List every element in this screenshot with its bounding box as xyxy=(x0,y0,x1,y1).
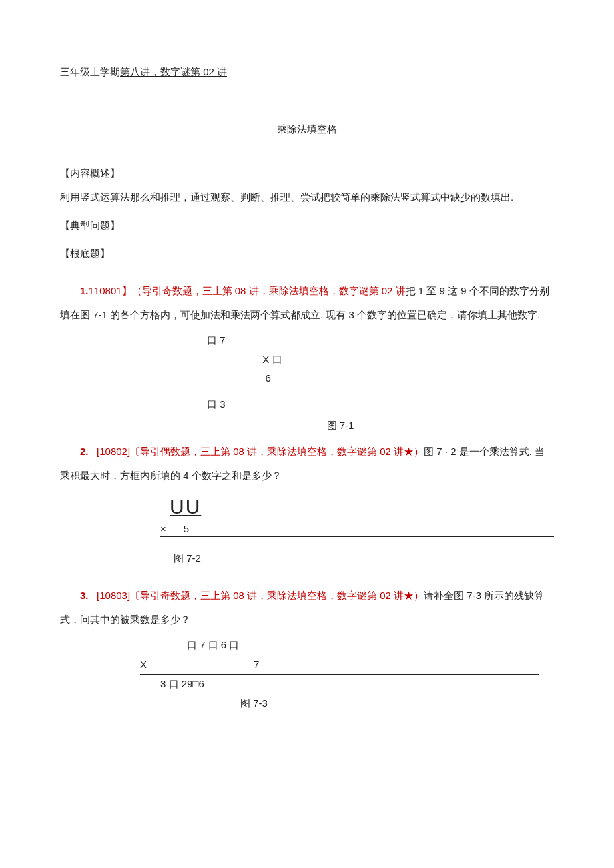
problem-code: [10803] xyxy=(97,590,130,601)
problem-3: 3. [10803]〔导引奇数题，三上第 08 讲，乘除法填空格，数字谜第 02… xyxy=(60,584,554,632)
page-title: 乘除法填空格 xyxy=(60,117,554,141)
overview-text: 利用竖式运算法那么和推理，通过观察、判断、推理、尝试把较简单的乘除法竖式算式中缺… xyxy=(60,185,554,209)
problem-number: 2. xyxy=(80,446,89,457)
header-prefix: 三年级上学期 xyxy=(60,66,120,77)
fig-line: X 口 xyxy=(207,350,554,370)
result-line: 3 口 29□6 xyxy=(160,675,554,694)
page-header: 三年级上学期第八讲，数字谜第 02 讲 xyxy=(60,60,554,84)
problem-tag: 〔导引奇数题，三上第 08 讲，乘除法填空格，数字谜第 02 讲★） xyxy=(130,590,424,601)
figure-caption: 图 7-3 xyxy=(240,694,554,713)
multiply-row: ×5 xyxy=(160,522,554,538)
figure-7-3: 口 7 口 6 口 X7 3 口 29□6 图 7-3 xyxy=(140,636,554,713)
figure-caption: 图 7-2 xyxy=(174,546,554,570)
multiply-row: X7 xyxy=(140,655,539,675)
fig-line: 口 7 口 6 口 xyxy=(187,636,554,655)
box-placeholders: UU xyxy=(170,496,201,518)
problem-2: 2. [10802]〔导引偶数题，三上第 08 讲，乘除法填空格，数字谜第 02… xyxy=(60,440,554,488)
figure-caption: 图 7-1 xyxy=(127,416,554,436)
overview-label: 【内容概述】 xyxy=(60,161,554,185)
times-sign: × xyxy=(160,523,184,534)
problem-number: 3. xyxy=(80,590,89,601)
figure-7-2: UU ×5 xyxy=(160,492,554,538)
fig-line: 口 7 xyxy=(207,331,554,350)
figure-7-1: 口 7 X 口 6 口 3 图 7-1 xyxy=(207,331,554,436)
problem-code: [10802] xyxy=(97,446,130,457)
header-underlined: 第八讲，数字谜第 02 讲 xyxy=(120,66,227,77)
multiplier: 7 xyxy=(254,659,259,670)
problem-tag: 〔导引偶数题，三上第 08 讲，乘除法填空格，数字谜第 02 讲★） xyxy=(130,446,424,457)
fig-line: 口 3 xyxy=(207,395,554,414)
problem-tag: （导引奇数题，三上第 08 讲，乘除法填空格，数字谜第 02 讲 xyxy=(132,285,406,296)
fig-line: 6 xyxy=(207,369,554,388)
multiply-row: X 口 xyxy=(262,354,282,365)
problem-1: 1.110801】（导引奇数题，三上第 08 讲，乘除法填空格，数字谜第 02 … xyxy=(60,279,554,327)
problem-code: 110801】 xyxy=(89,285,132,296)
multiplier: 5 xyxy=(184,523,189,534)
basic-label: 【根底题】 xyxy=(60,242,554,266)
problem-number: 1. xyxy=(80,285,89,296)
times-sign: X xyxy=(140,655,154,675)
typical-label: 【典型问题】 xyxy=(60,213,554,238)
